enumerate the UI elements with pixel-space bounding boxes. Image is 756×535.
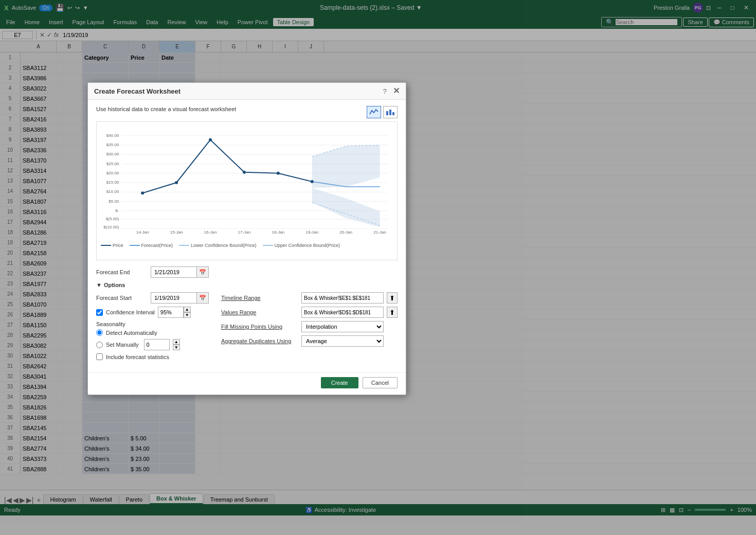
seasonality-section: Seasonality Detect Automatically Set Man… — [96, 321, 211, 350]
set-manually-label[interactable]: Set Manually — [106, 342, 139, 348]
svg-point-39 — [277, 172, 280, 175]
forecast-end-row: Forecast End 📅 — [96, 266, 398, 278]
confidence-interval-input[interactable] — [158, 307, 184, 318]
svg-text:18-Jan: 18-Jan — [272, 230, 284, 235]
fill-missing-row: Fill Missing Points Using Interpolation … — [221, 321, 398, 332]
legend-forecast: Forecast(Price) — [130, 243, 173, 248]
modal-header-icons: ? ✕ — [381, 87, 400, 95]
manually-spin-down[interactable]: ▼ — [173, 345, 180, 350]
bar-chart-btn[interactable] — [383, 106, 398, 118]
options-label: Options — [104, 282, 125, 288]
modal-description: Use historical data to create a visual f… — [96, 106, 236, 112]
ci-spin-up[interactable]: ▲ — [184, 307, 191, 312]
svg-text:21-Jan: 21-Jan — [373, 230, 386, 235]
forecast-start-input[interactable] — [151, 292, 197, 304]
svg-text:$35.00: $35.00 — [106, 142, 119, 147]
modal-footer: Create Cancel — [88, 372, 406, 395]
include-stats-row: Include forecast statistics — [96, 353, 211, 360]
timeline-range-input[interactable] — [301, 292, 384, 304]
manually-spin-up[interactable]: ▲ — [173, 339, 180, 345]
forecast-start-label: Forecast Start — [96, 295, 148, 301]
line-chart-btn[interactable] — [367, 106, 381, 118]
forecast-start-row: Forecast Start 📅 — [96, 292, 211, 304]
create-forecast-dialog: Create Forecast Worksheet ? ✕ Use histor… — [87, 82, 406, 395]
chart-legend: Price Forecast(Price) Lower Confidence B… — [101, 243, 393, 248]
svg-point-36 — [175, 181, 178, 184]
options-right-col: Timeline Range ⬆ Values Range ⬆ Fill Mis… — [221, 292, 398, 363]
set-manually-row: Set Manually ▲ ▼ — [96, 339, 211, 350]
modal-overlay: Create Forecast Worksheet ? ✕ Use histor… — [0, 0, 756, 515]
forecast-chart: $40.00 $35.00 $30.00 $25.00 $20.00 $15.0… — [96, 121, 398, 260]
set-manually-input[interactable] — [144, 339, 170, 350]
svg-text:15-Jan: 15-Jan — [170, 230, 183, 235]
ci-spin-down[interactable]: ▼ — [184, 312, 191, 318]
svg-point-38 — [243, 171, 246, 174]
modal-header: Create Forecast Worksheet ? ✕ — [88, 83, 406, 100]
svg-rect-1 — [389, 110, 391, 115]
svg-text:$15.00: $15.00 — [106, 180, 119, 185]
options-toggle[interactable]: ▼ Options — [96, 282, 398, 288]
confidence-interval-checkbox[interactable] — [96, 309, 103, 316]
svg-text:$40.00: $40.00 — [106, 133, 119, 138]
confidence-interval-spinner: ▲ ▼ — [184, 307, 191, 318]
svg-text:20-Jan: 20-Jan — [339, 230, 352, 235]
seasonality-label: Seasonality — [96, 321, 211, 327]
svg-text:$5.00: $5.00 — [109, 199, 119, 204]
svg-text:$25.00: $25.00 — [106, 162, 119, 166]
svg-text:$30.00: $30.00 — [106, 152, 119, 156]
aggregate-duplicates-row: Aggregate Duplicates Using Average Sum C… — [221, 335, 398, 347]
modal-help-btn[interactable]: ? — [381, 87, 389, 95]
forecast-end-input[interactable] — [151, 266, 197, 278]
confidence-interval-label[interactable]: Confidence Interval — [106, 309, 155, 315]
create-button[interactable]: Create — [321, 377, 358, 388]
svg-text:$10.00: $10.00 — [106, 189, 119, 194]
timeline-range-btn[interactable]: ⬆ — [387, 292, 398, 304]
values-range-row: Values Range ⬆ — [221, 307, 398, 318]
svg-text:14-Jan: 14-Jan — [136, 230, 149, 235]
legend-price: Price — [101, 243, 123, 248]
forecast-end-calendar-btn[interactable]: 📅 — [197, 266, 209, 278]
values-range-label: Values Range — [221, 309, 298, 315]
svg-point-37 — [209, 138, 212, 141]
svg-point-40 — [311, 180, 314, 183]
forecast-end-label: Forecast End — [96, 269, 148, 275]
aggregate-label: Aggregate Duplicates Using — [221, 338, 298, 344]
options-collapse-icon: ▼ — [96, 282, 102, 288]
detect-auto-row: Detect Automatically — [96, 329, 211, 336]
modal-close-btn[interactable]: ✕ — [393, 87, 400, 95]
cancel-button[interactable]: Cancel — [363, 377, 398, 388]
svg-text:$(10.00): $(10.00) — [103, 225, 119, 229]
svg-text:$(5.00): $(5.00) — [106, 217, 119, 221]
detect-auto-radio[interactable] — [96, 329, 103, 336]
values-range-btn[interactable]: ⬆ — [387, 307, 398, 318]
forecast-start-input-wrap: 📅 — [151, 292, 209, 304]
chart-svg: $40.00 $35.00 $30.00 $25.00 $20.00 $15.0… — [101, 126, 393, 239]
svg-text:$-: $- — [115, 208, 119, 213]
fill-missing-label: Fill Missing Points Using — [221, 324, 298, 330]
options-left-col: Forecast Start 📅 Confidence Interval — [96, 292, 211, 363]
include-stats-checkbox[interactable] — [96, 353, 103, 360]
forecast-start-calendar-btn[interactable]: 📅 — [197, 292, 209, 304]
modal-title: Create Forecast Worksheet — [94, 87, 181, 95]
svg-rect-2 — [392, 112, 394, 115]
forecast-end-input-wrap: 📅 — [151, 266, 209, 278]
timeline-range-row: Timeline Range ⬆ — [221, 292, 398, 304]
svg-text:$20.00: $20.00 — [106, 171, 119, 175]
svg-marker-34 — [312, 188, 380, 227]
svg-marker-33 — [312, 145, 380, 188]
aggregate-select[interactable]: Average Sum Count Min Max — [301, 335, 384, 347]
include-stats-label[interactable]: Include forecast statistics — [106, 354, 169, 360]
legend-upper-bound: Upper Confidence Bound(Price) — [263, 243, 340, 248]
fill-missing-select[interactable]: Interpolation Zeros — [301, 321, 384, 332]
confidence-interval-row: Confidence Interval ▲ ▼ — [96, 307, 211, 318]
options-grid: Forecast Start 📅 Confidence Interval — [96, 292, 398, 363]
svg-text:19-Jan: 19-Jan — [305, 230, 318, 235]
legend-lower-bound: Lower Confidence Bound(Price) — [179, 243, 257, 248]
set-manually-radio[interactable] — [96, 342, 103, 348]
modal-body: Use historical data to create a visual f… — [88, 100, 406, 369]
svg-text:16-Jan: 16-Jan — [204, 230, 217, 235]
svg-text:17-Jan: 17-Jan — [238, 230, 251, 235]
detect-auto-label[interactable]: Detect Automatically — [106, 330, 157, 336]
svg-point-35 — [141, 191, 144, 194]
values-range-input[interactable] — [301, 307, 384, 318]
